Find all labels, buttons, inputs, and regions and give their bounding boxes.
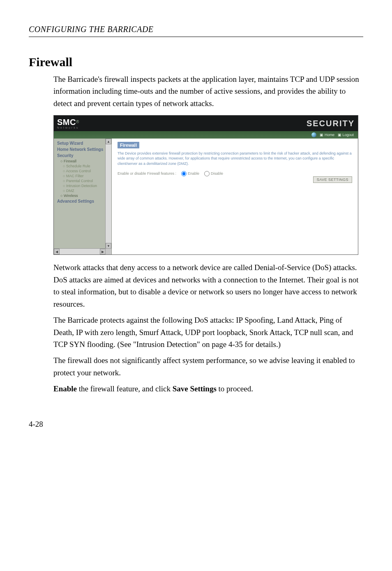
scroll-up-icon[interactable]: ▲ [106,139,111,144]
screenshot-sidebar: Setup Wizard Home Network Settings Secur… [54,139,112,254]
enable-radio-input[interactable] [181,171,187,176]
paragraph: The firewall does not significantly affe… [53,354,363,379]
sidebar-item-security[interactable]: Security [54,153,111,159]
sidebar-item-wireless[interactable]: ○ Wireless [54,193,111,198]
paragraph: Network attacks that deny access to a ne… [53,261,363,310]
sidebar-item-home-network[interactable]: Home Network Settings [54,146,111,153]
save-settings-container: SAVE SETTINGS [313,176,352,183]
save-settings-button[interactable]: SAVE SETTINGS [313,176,352,183]
sidebar-vscrollbar[interactable]: ▲ ▼ [105,139,111,249]
screenshot-body: Setup Wizard Home Network Settings Secur… [54,139,358,254]
sidebar-item-schedule-rule[interactable]: ○ Schedule Rule [54,164,111,169]
logout-link[interactable]: ▣ Logout [338,133,354,137]
home-link[interactable]: ▣ Home [320,133,334,137]
firewall-screenshot: SMC® Networks SECURITY ▣ Home ▣ Logout S… [53,115,358,255]
paragraph: The Barricade protects against the follo… [53,314,363,350]
sidebar-item-parental-control[interactable]: ○ Parental Control [54,178,111,183]
paragraph: Enable the firewall feature, and click S… [53,383,363,395]
sidebar-item-firewall[interactable]: ○ Firewall [54,159,111,164]
sidebar-item-advanced-settings[interactable]: Advanced Settings [54,198,111,204]
panel-description: The Device provides extensive firewall p… [118,151,352,166]
sidebar-item-setup-wizard[interactable]: Setup Wizard [54,140,111,146]
disable-radio[interactable]: Disable [204,171,223,176]
running-head: CONFIGURING THE BARRICADE [29,25,363,37]
panel-title: Firewall [118,142,139,148]
enable-radio[interactable]: Enable [181,171,199,176]
disable-radio-input[interactable] [204,171,210,176]
toggle-label: Enable or disable Firewall features : [118,171,176,176]
save-settings-bold: Save Settings [173,384,217,393]
globe-icon [311,132,316,137]
firewall-toggle-row: Enable or disable Firewall features : En… [118,171,352,176]
screenshot-subbar: ▣ Home ▣ Logout [54,131,358,139]
sidebar-item-mac-filter[interactable]: ○ MAC Filter [54,173,111,178]
sidebar-hscrollbar[interactable]: ◀ ▶ [54,248,106,254]
scroll-left-icon[interactable]: ◀ [54,249,60,254]
sidebar-item-intrusion-detection[interactable]: ○ Intrusion Detection [54,183,111,188]
scroll-down-icon[interactable]: ▼ [106,243,111,249]
sidebar-item-dmz[interactable]: ○ DMZ [54,188,111,193]
enable-bold: Enable [53,384,77,393]
sidebar-item-access-control[interactable]: ○ Access Control [54,169,111,173]
scrollbar-corner [105,248,111,254]
screenshot-topbar: SMC® Networks SECURITY [54,116,358,131]
screenshot-main: Firewall The Device provides extensive f… [112,139,358,254]
paragraph: The Barricade's firewall inspects packet… [53,73,363,109]
smc-logo: SMC® Networks [57,118,79,129]
scroll-right-icon[interactable]: ▶ [100,249,106,254]
security-brand-text: SECURITY [307,119,355,128]
section-title: Firewall [29,55,363,69]
page-number: 4-28 [29,420,363,429]
